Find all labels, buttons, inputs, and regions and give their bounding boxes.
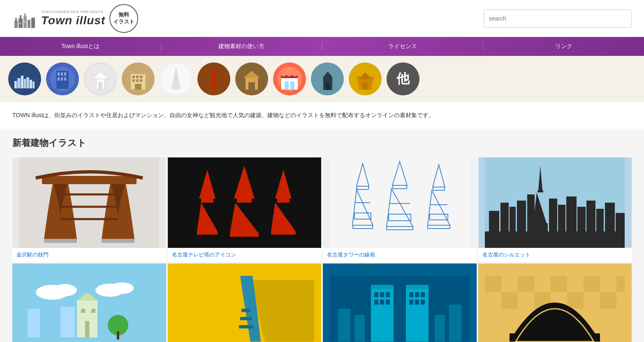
svg-rect-23 [58, 77, 60, 81]
category-golden[interactable] [349, 62, 382, 95]
svg-rect-162 [409, 300, 413, 305]
svg-rect-143 [81, 309, 85, 313]
svg-rect-138 [42, 303, 58, 337]
category-modern[interactable] [46, 62, 79, 95]
category-golden-icon [353, 67, 378, 91]
svg-rect-14 [24, 79, 26, 88]
nav-usage[interactable]: 建物素材の使い方 [161, 38, 322, 55]
svg-rect-176 [584, 276, 600, 292]
svg-rect-142 [85, 321, 89, 337]
category-shop-icon [277, 67, 302, 91]
image-card-nagoya-icon[interactable]: 名古屋テレビ塔のアイコン [168, 157, 322, 262]
svg-rect-91 [271, 231, 296, 235]
svg-rect-154 [380, 292, 384, 297]
svg-rect-13 [21, 76, 23, 88]
svg-rect-158 [386, 300, 390, 305]
arch-illustration [485, 276, 625, 342]
category-other[interactable]: 他 [387, 62, 419, 95]
svg-rect-149 [239, 325, 253, 328]
nagoya-icon-illustration [174, 157, 314, 248]
svg-rect-114 [500, 203, 509, 240]
site-header: TOPICONHEROES PRESENTS Town illust 無料 イラ… [0, 0, 644, 37]
svg-point-132 [52, 284, 77, 296]
category-shrine[interactable] [84, 62, 117, 95]
nagoya-silhouette-illustration [485, 157, 625, 248]
svg-rect-124 [566, 196, 577, 248]
category-dark[interactable] [311, 62, 344, 95]
svg-rect-177 [616, 276, 625, 292]
svg-rect-159 [409, 292, 413, 297]
category-shop[interactable] [273, 62, 306, 95]
image-card-tower2[interactable] [168, 263, 322, 342]
svg-rect-165 [371, 285, 394, 289]
svg-rect-125 [577, 207, 586, 248]
svg-rect-128 [605, 203, 615, 248]
svg-marker-42 [172, 81, 180, 89]
category-hotel[interactable] [122, 62, 155, 95]
svg-rect-67 [357, 76, 360, 81]
svg-rect-74 [44, 239, 77, 243]
category-city[interactable] [8, 62, 41, 95]
image-card-buildings[interactable] [323, 263, 477, 342]
svg-rect-137 [28, 309, 40, 337]
nav-links[interactable]: リンク [483, 38, 644, 55]
svg-rect-68 [370, 76, 373, 81]
image-label-nagoya-line: 名古屋タワーの線画 [323, 248, 477, 262]
logo-presents: TOPICONHEROES PRESENTS [41, 10, 105, 14]
svg-rect-5 [24, 14, 26, 16]
svg-rect-21 [61, 72, 63, 76]
svg-rect-153 [374, 292, 378, 297]
svg-rect-89 [277, 199, 290, 203]
logo-city-icon [12, 6, 37, 31]
image-card-arch[interactable] [478, 263, 632, 342]
svg-rect-122 [549, 199, 557, 248]
svg-rect-87 [230, 233, 259, 237]
svg-rect-147 [241, 309, 250, 312]
nav-about[interactable]: Town illustとは [0, 38, 161, 55]
image-thumb-buildings [323, 263, 477, 342]
search-input[interactable] [484, 9, 632, 28]
tower2-illustration [174, 276, 314, 342]
kanazawa-illustration [19, 157, 159, 248]
svg-point-134 [111, 282, 134, 294]
svg-rect-121 [532, 223, 548, 240]
logo-area: TOPICONHEROES PRESENTS Town illust 無料 イラ… [12, 4, 138, 33]
svg-rect-181 [600, 292, 616, 309]
category-pagoda-icon [202, 67, 226, 91]
svg-rect-83 [197, 231, 218, 235]
svg-rect-54 [247, 79, 250, 82]
svg-rect-144 [91, 309, 95, 313]
image-card-osaka[interactable] [12, 263, 166, 342]
image-label-nagoya-icon: 名古屋テレビ塔のアイコン [168, 248, 322, 262]
svg-rect-150 [330, 276, 470, 342]
image-card-nagoya-silhouette[interactable]: 名古屋のシルエット [478, 157, 632, 262]
svg-rect-139 [60, 307, 75, 337]
svg-rect-22 [64, 72, 66, 76]
category-tower-icon [164, 67, 188, 91]
category-tower[interactable] [160, 62, 192, 95]
nav-license[interactable]: ライセンス [322, 38, 483, 55]
svg-rect-75 [102, 239, 134, 243]
svg-rect-73 [42, 176, 137, 184]
svg-rect-178 [501, 292, 518, 309]
svg-rect-116 [517, 201, 526, 240]
svg-rect-57 [281, 78, 298, 90]
image-card-kanazawa[interactable]: 金沢駅の鼓門 [12, 157, 166, 262]
category-pagoda[interactable] [197, 62, 230, 95]
description-section: TOWN illustは、街並みのイラストや住居およびマンション、自由の女神など… [0, 102, 644, 129]
category-bar: 他 [0, 56, 644, 102]
category-dark-icon [315, 67, 340, 91]
svg-rect-0 [14, 21, 18, 28]
svg-rect-37 [140, 79, 142, 82]
svg-rect-17 [32, 81, 35, 88]
svg-rect-6 [28, 20, 30, 28]
svg-point-8 [19, 22, 21, 25]
category-shrine-icon [88, 67, 113, 91]
svg-rect-169 [354, 315, 365, 342]
svg-rect-164 [421, 300, 425, 305]
svg-rect-160 [415, 292, 419, 297]
image-label-kanazawa: 金沢駅の鼓門 [12, 248, 166, 262]
svg-rect-129 [616, 213, 625, 248]
image-card-nagoya-line[interactable]: 名古屋タワーの線画 [323, 157, 477, 262]
category-temple[interactable] [235, 62, 268, 95]
